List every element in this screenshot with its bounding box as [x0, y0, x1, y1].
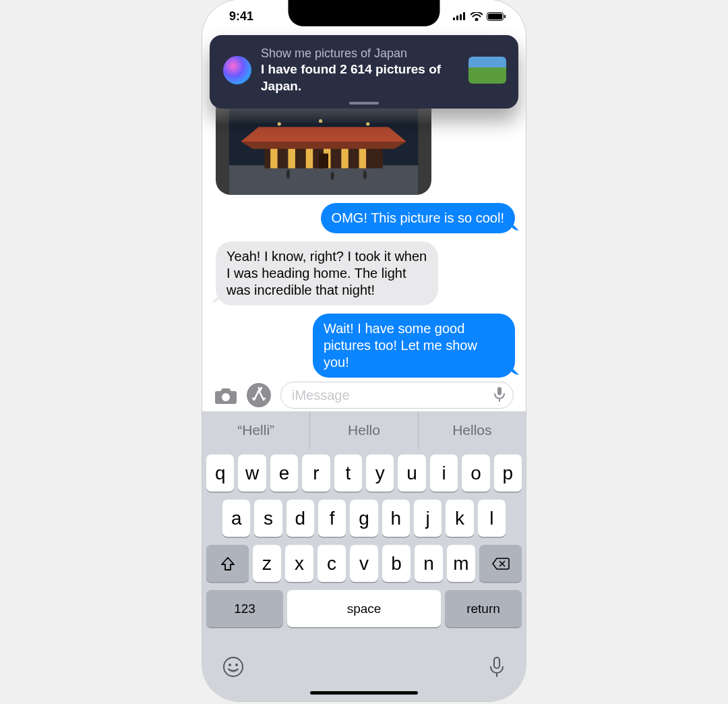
wifi-icon: [471, 12, 483, 21]
key-j[interactable]: j: [414, 500, 442, 537]
svg-rect-1: [456, 16, 458, 20]
svg-rect-0: [453, 18, 455, 20]
key-k[interactable]: k: [446, 500, 473, 537]
svg-point-22: [286, 169, 290, 179]
key-o[interactable]: o: [462, 454, 489, 492]
received-message[interactable]: Yeah! I know, right? I took it when I wa…: [216, 241, 438, 305]
key-y[interactable]: y: [366, 454, 394, 492]
siri-query: Show me pictures of Japan: [261, 46, 459, 61]
key-u[interactable]: u: [398, 454, 425, 492]
prediction-1[interactable]: Hello: [310, 411, 418, 449]
svg-point-26: [247, 383, 271, 407]
svg-rect-27: [497, 387, 502, 395]
notch: [289, 0, 440, 26]
siri-thumbnail: [468, 57, 506, 84]
key-v[interactable]: v: [350, 545, 378, 582]
key-b[interactable]: b: [382, 545, 411, 582]
return-key[interactable]: return: [445, 590, 522, 627]
keyboard: “Helli” Hello Hellos q w e r t y u i o p…: [202, 411, 526, 701]
siri-banner[interactable]: Show me pictures of Japan I have found 2…: [210, 35, 518, 109]
camera-button[interactable]: [214, 386, 237, 405]
key-s[interactable]: s: [254, 500, 282, 537]
shift-key[interactable]: [206, 545, 249, 582]
kb-row-4: 123 space return: [206, 590, 522, 627]
svg-rect-3: [463, 12, 465, 20]
predictive-bar: “Helli” Hello Hellos: [202, 411, 526, 449]
svg-point-23: [331, 172, 334, 180]
key-a[interactable]: a: [222, 500, 250, 537]
space-key[interactable]: space: [287, 590, 441, 627]
emoji-icon: [222, 656, 244, 678]
key-w[interactable]: w: [238, 454, 266, 492]
svg-point-28: [224, 657, 243, 676]
siri-icon: [223, 56, 251, 84]
svg-rect-31: [494, 657, 499, 668]
prediction-2[interactable]: Hellos: [419, 411, 526, 449]
key-x[interactable]: x: [285, 545, 313, 582]
key-r[interactable]: r: [302, 454, 330, 492]
svg-point-24: [363, 170, 367, 179]
compose-bar: iMessage: [202, 379, 526, 411]
siri-response: I have found 2 614 pictures of Japan.: [261, 61, 459, 94]
key-i[interactable]: i: [430, 454, 458, 492]
key-l[interactable]: l: [478, 500, 506, 537]
prediction-0[interactable]: “Helli”: [202, 411, 310, 449]
key-m[interactable]: m: [447, 545, 475, 582]
app-store-button[interactable]: [247, 383, 271, 407]
dictation-button[interactable]: [490, 384, 509, 407]
svg-rect-2: [460, 14, 462, 20]
status-right: [453, 12, 506, 21]
svg-rect-18: [319, 154, 328, 169]
kb-row-2: a s d f g h j k l: [206, 500, 522, 537]
key-h[interactable]: h: [382, 500, 410, 537]
svg-point-30: [235, 664, 238, 666]
svg-rect-8: [229, 165, 418, 195]
svg-point-29: [229, 664, 231, 666]
emoji-button[interactable]: [222, 656, 244, 683]
key-q[interactable]: q: [206, 454, 234, 492]
siri-drag-handle[interactable]: [349, 102, 379, 105]
key-n[interactable]: n: [415, 545, 443, 582]
siri-text: Show me pictures of Japan I have found 2…: [261, 46, 459, 95]
kb-row-3: z x c v b n m: [206, 545, 522, 582]
key-f[interactable]: f: [318, 500, 346, 537]
numbers-key[interactable]: 123: [206, 590, 283, 627]
svg-rect-5: [488, 13, 502, 20]
sent-message[interactable]: OMG! This picture is so cool!: [321, 203, 515, 233]
mic-keyboard-button[interactable]: [488, 656, 506, 683]
key-z[interactable]: z: [253, 545, 281, 582]
key-p[interactable]: p: [494, 454, 522, 492]
key-c[interactable]: c: [317, 545, 346, 582]
compose-placeholder: iMessage: [292, 388, 490, 403]
mic-icon: [488, 656, 506, 678]
svg-marker-17: [241, 142, 406, 149]
kb-bottom-row: [202, 647, 526, 687]
backspace-icon: [492, 557, 510, 570]
key-d[interactable]: d: [286, 500, 314, 537]
compose-field[interactable]: iMessage: [280, 382, 514, 409]
key-e[interactable]: e: [270, 454, 298, 492]
cellular-icon: [453, 12, 466, 20]
battery-icon: [487, 12, 506, 21]
iphone-frame: 9:41 Show me pictures of Japan I have fo…: [202, 0, 526, 701]
kb-row-1: q w e r t y u i o p: [206, 454, 522, 492]
shift-icon: [220, 556, 235, 571]
svg-point-25: [222, 393, 230, 401]
delete-key[interactable]: [479, 545, 522, 582]
svg-rect-6: [504, 15, 506, 18]
home-indicator[interactable]: [310, 691, 418, 695]
svg-marker-9: [241, 127, 406, 142]
sent-message[interactable]: Wait! I have some good pictures too! Let…: [313, 314, 515, 378]
key-t[interactable]: t: [334, 454, 362, 492]
key-g[interactable]: g: [350, 500, 377, 537]
status-time: 9:41: [229, 9, 253, 24]
